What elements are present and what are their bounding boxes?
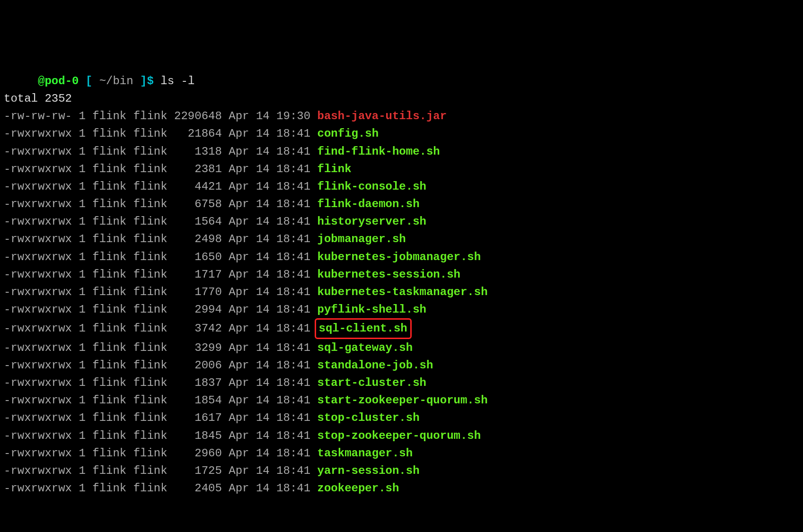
file-metadata: -rwxrwxrwx 1 flink flink 2381 Apr 14 18:… <box>4 163 318 175</box>
file-metadata: -rwxrwxrwx 1 flink flink 1650 Apr 14 18:… <box>4 251 318 263</box>
file-name: flink-console.sh <box>318 180 426 193</box>
file-row: -rwxrwxrwx 1 flink flink 4421 Apr 14 18:… <box>4 178 799 195</box>
file-metadata: -rw-rw-rw- 1 flink flink 2290648 Apr 14 … <box>4 110 318 122</box>
file-name: start-zookeeper-quorum.sh <box>318 394 488 407</box>
file-name: bash-java-utils.jar <box>318 110 447 122</box>
file-row: -rwxrwxrwx 1 flink flink 1725 Apr 14 18:… <box>4 462 799 480</box>
file-listing: -rw-rw-rw- 1 flink flink 2290648 Apr 14 … <box>4 107 799 497</box>
file-metadata: -rwxrwxrwx 1 flink flink 1770 Apr 14 18:… <box>4 286 318 298</box>
file-metadata: -rwxrwxrwx 1 flink flink 1837 Apr 14 18:… <box>4 376 318 389</box>
file-row: -rwxrwxrwx 1 flink flink 1564 Apr 14 18:… <box>4 213 799 230</box>
command-text: ls -l <box>160 75 194 87</box>
terminal-output[interactable]: @pod-0 [ ~/bin ]$ ls -ltotal 2352-rw-rw-… <box>4 72 799 497</box>
file-row: -rwxrwxrwx 1 flink flink 1770 Apr 14 18:… <box>4 283 799 301</box>
file-name: zookeeper.sh <box>318 482 399 495</box>
file-name: flink <box>318 163 352 175</box>
file-row: -rwxrwxrwx 1 flink flink 2381 Apr 14 18:… <box>4 160 799 178</box>
prompt-rbracket: ] <box>140 75 147 87</box>
file-metadata: -rwxrwxrwx 1 flink flink 1845 Apr 14 18:… <box>4 429 318 442</box>
file-metadata: -rwxrwxrwx 1 flink flink 2006 Apr 14 18:… <box>4 359 318 372</box>
file-row: -rwxrwxrwx 1 flink flink 3299 Apr 14 18:… <box>4 339 799 357</box>
file-name: config.sh <box>318 127 379 140</box>
file-row: -rwxrwxrwx 1 flink flink 2960 Apr 14 18:… <box>4 445 799 462</box>
file-metadata: -rwxrwxrwx 1 flink flink 2405 Apr 14 18:… <box>4 482 318 495</box>
file-row: -rwxrwxrwx 1 flink flink 1617 Apr 14 18:… <box>4 409 799 427</box>
prompt-dollar: $ <box>147 75 153 87</box>
file-metadata: -rwxrwxrwx 1 flink flink 3742 Apr 14 18:… <box>4 322 318 335</box>
file-name: kubernetes-session.sh <box>318 268 460 281</box>
file-name: historyserver.sh <box>318 215 426 228</box>
file-name: taskmanager.sh <box>318 447 413 460</box>
total-line: total 2352 <box>4 90 799 107</box>
file-row: -rwxrwxrwx 1 flink flink 1717 Apr 14 18:… <box>4 266 799 283</box>
file-metadata: -rwxrwxrwx 1 flink flink 1617 Apr 14 18:… <box>4 411 318 424</box>
file-row: -rwxrwxrwx 1 flink flink 2405 Apr 14 18:… <box>4 480 799 497</box>
file-metadata: -rwxrwxrwx 1 flink flink 1854 Apr 14 18:… <box>4 394 318 407</box>
file-name: sql-gateway.sh <box>318 341 413 354</box>
file-metadata: -rwxrwxrwx 1 flink flink 1725 Apr 14 18:… <box>4 464 318 477</box>
prompt-path: ~/bin <box>99 75 133 87</box>
file-row: -rwxrwxrwx 1 flink flink 21864 Apr 14 18… <box>4 125 799 142</box>
file-name: find-flink-home.sh <box>318 145 440 158</box>
prompt-host: @pod-0 <box>38 75 79 87</box>
file-metadata: -rwxrwxrwx 1 flink flink 2960 Apr 14 18:… <box>4 447 318 460</box>
file-metadata: -rwxrwxrwx 1 flink flink 2498 Apr 14 18:… <box>4 233 318 245</box>
file-name: jobmanager.sh <box>318 233 406 245</box>
file-metadata: -rwxrwxrwx 1 flink flink 21864 Apr 14 18… <box>4 127 318 140</box>
file-row: -rwxrwxrwx 1 flink flink 6758 Apr 14 18:… <box>4 195 799 213</box>
prompt-line: @pod-0 [ ~/bin ]$ ls -l <box>4 72 799 90</box>
file-name: sql-client.sh <box>319 322 407 335</box>
file-row: -rwxrwxrwx 1 flink flink 1318 Apr 14 18:… <box>4 143 799 160</box>
file-metadata: -rwxrwxrwx 1 flink flink 1564 Apr 14 18:… <box>4 215 318 228</box>
file-row: -rwxrwxrwx 1 flink flink 1845 Apr 14 18:… <box>4 427 799 445</box>
file-name: kubernetes-taskmanager.sh <box>318 286 488 298</box>
highlight-box: sql-client.sh <box>315 318 412 339</box>
file-metadata: -rwxrwxrwx 1 flink flink 4421 Apr 14 18:… <box>4 180 318 193</box>
file-row: -rwxrwxrwx 1 flink flink 1837 Apr 14 18:… <box>4 374 799 392</box>
file-row: -rwxrwxrwx 1 flink flink 2498 Apr 14 18:… <box>4 230 799 248</box>
file-name: standalone-job.sh <box>318 359 433 372</box>
file-row: -rwxrwxrwx 1 flink flink 2006 Apr 14 18:… <box>4 357 799 374</box>
file-name: start-cluster.sh <box>318 376 426 389</box>
file-name: stop-cluster.sh <box>318 411 420 424</box>
file-name: kubernetes-jobmanager.sh <box>318 251 481 263</box>
file-row: -rwxrwxrwx 1 flink flink 3742 Apr 14 18:… <box>4 318 799 339</box>
file-metadata: -rwxrwxrwx 1 flink flink 3299 Apr 14 18:… <box>4 341 318 354</box>
file-row: -rw-rw-rw- 1 flink flink 2290648 Apr 14 … <box>4 107 799 125</box>
file-metadata: -rwxrwxrwx 1 flink flink 6758 Apr 14 18:… <box>4 198 318 210</box>
file-name: yarn-session.sh <box>318 464 420 477</box>
file-row: -rwxrwxrwx 1 flink flink 1650 Apr 14 18:… <box>4 248 799 266</box>
file-row: -rwxrwxrwx 1 flink flink 1854 Apr 14 18:… <box>4 392 799 409</box>
file-name: flink-daemon.sh <box>318 198 420 210</box>
file-metadata: -rwxrwxrwx 1 flink flink 1717 Apr 14 18:… <box>4 268 318 281</box>
file-name: pyflink-shell.sh <box>318 303 426 316</box>
file-row: -rwxrwxrwx 1 flink flink 2994 Apr 14 18:… <box>4 301 799 318</box>
file-metadata: -rwxrwxrwx 1 flink flink 1318 Apr 14 18:… <box>4 145 318 158</box>
prompt-lbracket: [ <box>86 75 92 87</box>
file-metadata: -rwxrwxrwx 1 flink flink 2994 Apr 14 18:… <box>4 303 318 316</box>
file-name: stop-zookeeper-quorum.sh <box>318 429 481 442</box>
